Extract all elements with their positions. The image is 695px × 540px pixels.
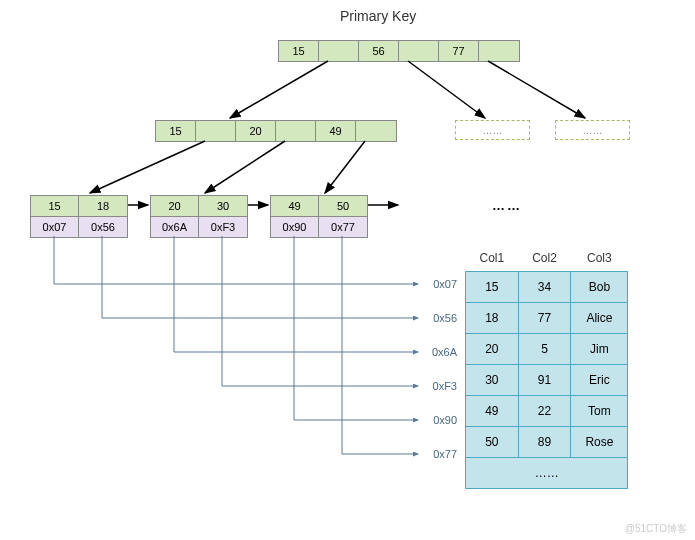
internal-gap [356, 121, 396, 141]
table-cell: 89 [518, 427, 571, 458]
table-cell: 20 [466, 334, 519, 365]
table-row: 4922Tom [466, 396, 628, 427]
table-row: …… [466, 458, 628, 489]
root-gap [479, 41, 519, 61]
table-cell: 5 [518, 334, 571, 365]
table-cell: 34 [518, 272, 571, 303]
leaf-ellipsis: …… [492, 198, 522, 213]
leaf-ptr: 0x56 [79, 217, 127, 237]
leaf-node: 49 50 0x90 0x77 [270, 195, 368, 238]
svg-line-4 [205, 141, 285, 193]
table-header: Col1 Col2 Col3 [466, 245, 628, 272]
leaf-key: 15 [31, 196, 79, 216]
placeholder-node: …… [455, 120, 530, 140]
root-gap [399, 41, 439, 61]
table-cell: 50 [466, 427, 519, 458]
placeholder-node: …… [555, 120, 630, 140]
leaf-node: 15 18 0x07 0x56 [30, 195, 128, 238]
svg-line-5 [325, 141, 365, 193]
root-gap [319, 41, 359, 61]
table-row: 1534Bob [466, 272, 628, 303]
leaf-key: 49 [271, 196, 319, 216]
internal-key: 15 [156, 121, 196, 141]
table-cell: Jim [571, 334, 628, 365]
pointer-label: 0x77 [433, 448, 457, 460]
root-key: 15 [279, 41, 319, 61]
leaf-ptr: 0x07 [31, 217, 79, 237]
pointer-label: 0xF3 [433, 380, 457, 392]
svg-line-0 [230, 61, 328, 118]
table-row: 1877Alice [466, 303, 628, 334]
table-cell: 49 [466, 396, 519, 427]
root-key: 56 [359, 41, 399, 61]
table-cell: 18 [466, 303, 519, 334]
table-cell: Alice [571, 303, 628, 334]
leaf-key: 30 [199, 196, 247, 216]
col-header: Col2 [518, 245, 571, 272]
col-header: Col3 [571, 245, 628, 272]
table-cell: Eric [571, 365, 628, 396]
pointer-label: 0x6A [432, 346, 457, 358]
table-cell: 30 [466, 365, 519, 396]
pointer-label: 0x56 [433, 312, 457, 324]
table-cell: Rose [571, 427, 628, 458]
table-cell: Tom [571, 396, 628, 427]
table-cell: 91 [518, 365, 571, 396]
root-node: 15 56 77 [278, 40, 520, 62]
page-title: Primary Key [340, 8, 416, 24]
watermark: @51CTO博客 [625, 522, 687, 536]
table-cell: Bob [571, 272, 628, 303]
table-cell: 15 [466, 272, 519, 303]
internal-key: 49 [316, 121, 356, 141]
leaf-ptr: 0x6A [151, 217, 199, 237]
internal-gap [276, 121, 316, 141]
table-row: 3091Eric [466, 365, 628, 396]
svg-line-1 [408, 61, 485, 118]
leaf-key: 50 [319, 196, 367, 216]
svg-line-3 [90, 141, 205, 193]
table-row: 5089Rose [466, 427, 628, 458]
table-footer: …… [466, 458, 628, 489]
leaf-key: 18 [79, 196, 127, 216]
data-table: Col1 Col2 Col3 1534Bob1877Alice205Jim309… [465, 245, 628, 489]
root-key: 77 [439, 41, 479, 61]
internal-key: 20 [236, 121, 276, 141]
table-cell: 77 [518, 303, 571, 334]
leaf-ptr: 0xF3 [199, 217, 247, 237]
placeholder-label: …… [483, 125, 503, 136]
internal-gap [196, 121, 236, 141]
leaf-ptr: 0x90 [271, 217, 319, 237]
table-cell: 22 [518, 396, 571, 427]
placeholder-label: …… [583, 125, 603, 136]
svg-line-2 [488, 61, 585, 118]
internal-node: 15 20 49 [155, 120, 397, 142]
leaf-key: 20 [151, 196, 199, 216]
col-header: Col1 [466, 245, 519, 272]
pointer-label: 0x07 [433, 278, 457, 290]
leaf-node: 20 30 0x6A 0xF3 [150, 195, 248, 238]
table-row: 205Jim [466, 334, 628, 365]
leaf-ptr: 0x77 [319, 217, 367, 237]
pointer-label: 0x90 [433, 414, 457, 426]
